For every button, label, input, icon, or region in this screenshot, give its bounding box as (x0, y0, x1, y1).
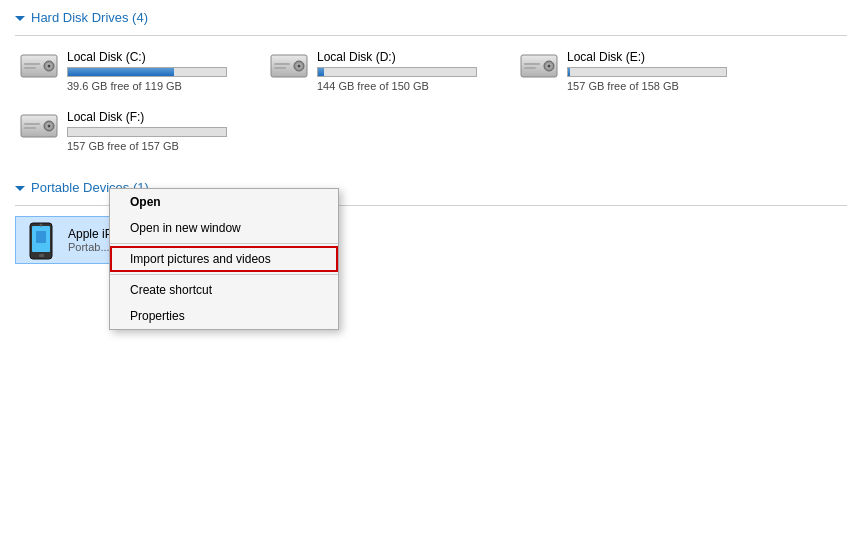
hdd-icon-f (19, 110, 59, 142)
drive-item-f[interactable]: Local Disk (F:) 157 GB free of 157 GB (15, 106, 265, 156)
drive-space-f: 157 GB free of 157 GB (67, 140, 261, 152)
context-menu-import[interactable]: Import pictures and videos (110, 246, 338, 272)
svg-rect-8 (274, 63, 290, 65)
drive-info-e: Local Disk (E:) 157 GB free of 158 GB (567, 50, 761, 92)
context-menu-open[interactable]: Open (110, 189, 338, 215)
drive-space-e: 157 GB free of 158 GB (567, 80, 761, 92)
drives-grid: Local Disk (C:) 39.6 GB free of 119 GB (15, 46, 847, 166)
svg-rect-9 (274, 67, 286, 69)
drive-info-c: Local Disk (C:) 39.6 GB free of 119 GB (67, 50, 261, 92)
context-menu-create-shortcut[interactable]: Create shortcut (110, 277, 338, 303)
progress-fill-c (68, 68, 174, 76)
progress-bar-d (317, 67, 477, 77)
drive-info-d: Local Disk (D:) 144 GB free of 150 GB (317, 50, 511, 92)
svg-point-12 (548, 65, 551, 68)
svg-point-2 (48, 65, 51, 68)
svg-point-7 (298, 65, 301, 68)
drive-name-e: Local Disk (E:) (567, 50, 761, 64)
drive-info-f: Local Disk (F:) 157 GB free of 157 GB (67, 110, 261, 152)
hard-disk-section-title: Hard Disk Drives (4) (31, 10, 148, 25)
drive-item-d[interactable]: Local Disk (D:) 144 GB free of 150 GB (265, 46, 515, 96)
context-menu-sep-2 (110, 274, 338, 275)
svg-rect-19 (24, 127, 36, 129)
progress-bar-c (67, 67, 227, 77)
context-menu-sep-1 (110, 243, 338, 244)
context-menu-properties[interactable]: Properties (110, 303, 338, 329)
svg-rect-4 (24, 67, 36, 69)
drive-name-c: Local Disk (C:) (67, 50, 261, 64)
progress-bar-e (567, 67, 727, 77)
progress-fill-e (568, 68, 570, 76)
svg-rect-14 (524, 67, 536, 69)
drive-name-d: Local Disk (D:) (317, 50, 511, 64)
svg-rect-22 (36, 231, 46, 243)
svg-point-17 (48, 125, 51, 128)
drive-space-d: 144 GB free of 150 GB (317, 80, 511, 92)
hdd-icon-d (269, 50, 309, 82)
drive-item-c[interactable]: Local Disk (C:) 39.6 GB free of 119 GB (15, 46, 265, 96)
svg-rect-3 (24, 63, 40, 65)
hdd-icon-c (19, 50, 59, 82)
hdd-divider (15, 35, 847, 36)
collapse-triangle-hdd (15, 16, 25, 21)
drive-name-f: Local Disk (F:) (67, 110, 261, 124)
context-menu-open-new-window[interactable]: Open in new window (110, 215, 338, 241)
collapse-triangle-portable (15, 186, 25, 191)
svg-rect-23 (39, 254, 44, 257)
svg-rect-18 (24, 123, 40, 125)
drive-item-e[interactable]: Local Disk (E:) 157 GB free of 158 GB (515, 46, 765, 96)
hdd-icon-e (519, 50, 559, 82)
progress-bar-f (67, 127, 227, 137)
progress-fill-d (318, 68, 324, 76)
context-menu: Open Open in new window Import pictures … (109, 188, 339, 330)
svg-point-24 (40, 224, 43, 227)
phone-icon (22, 221, 60, 259)
drive-space-c: 39.6 GB free of 119 GB (67, 80, 261, 92)
svg-rect-13 (524, 63, 540, 65)
hard-disk-section-header[interactable]: Hard Disk Drives (4) (15, 10, 847, 25)
